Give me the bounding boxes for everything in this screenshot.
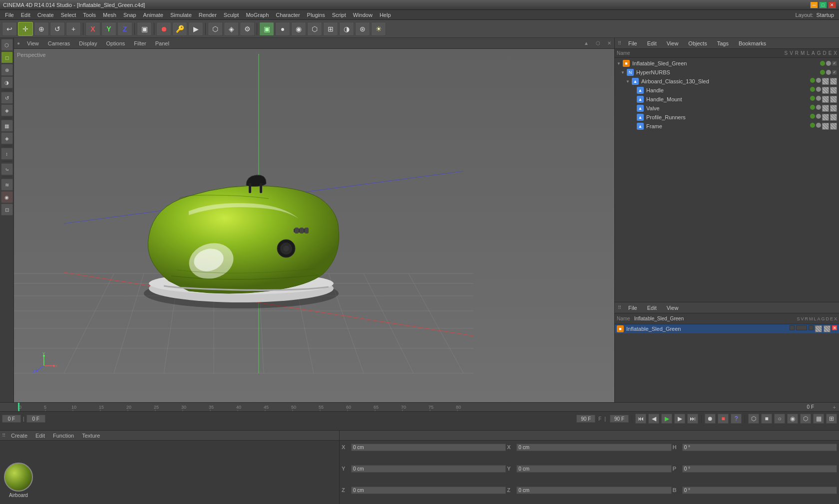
key-btn4[interactable]: ◉: [787, 414, 798, 424]
coord-x-pos-input[interactable]: [351, 444, 506, 451]
coord-p-rot-input[interactable]: [682, 465, 837, 473]
key-btn5[interactable]: ⬡: [800, 414, 811, 424]
menu-simulate[interactable]: Simulate: [167, 11, 195, 19]
z-axis-button[interactable]: Z: [117, 22, 132, 36]
menu-select[interactable]: Select: [58, 11, 79, 19]
left-btn-2[interactable]: ◻: [1, 51, 13, 63]
om-dot-handle-1[interactable]: [810, 87, 815, 92]
om-row-runners[interactable]: ▲ Profile_Runners: [615, 113, 839, 122]
om-row-hypernurbs[interactable]: ▼ N HyperNURBS ✓: [615, 68, 839, 77]
viewport-maximize[interactable]: ⬡: [596, 40, 600, 46]
selection-mode[interactable]: ▣: [137, 22, 152, 36]
am-menu-file[interactable]: File: [625, 304, 640, 312]
left-btn-10[interactable]: ⤿: [1, 163, 13, 175]
minimize-button[interactable]: ─: [810, 1, 818, 8]
om-dot-airboard-2[interactable]: [816, 78, 821, 83]
om-dot-nurbs-2[interactable]: [826, 70, 831, 75]
motion-btn[interactable]: ▶: [188, 22, 203, 36]
frame-current-input[interactable]: [26, 415, 45, 423]
menu-animate[interactable]: Animate: [140, 11, 166, 19]
left-btn-3[interactable]: ⊕: [1, 64, 13, 76]
coord-z-pos-input[interactable]: [351, 487, 506, 494]
undo-button[interactable]: ↩: [2, 22, 17, 36]
frame-max-input[interactable]: [610, 415, 629, 423]
obj5-btn[interactable]: ⊞: [323, 22, 338, 36]
menu-character[interactable]: Character: [273, 11, 303, 19]
am-icon-1[interactable]: [790, 325, 795, 330]
add-button[interactable]: +: [66, 22, 81, 36]
frame-end-input[interactable]: [576, 415, 595, 423]
om-menu-edit[interactable]: Edit: [644, 39, 660, 47]
obj3-btn[interactable]: ◉: [291, 22, 306, 36]
left-btn-12[interactable]: ◉: [1, 191, 13, 203]
left-btn-9[interactable]: ↕: [1, 148, 13, 160]
om-row-handle[interactable]: ▲ Handle: [615, 86, 839, 95]
menu-script[interactable]: Script: [329, 11, 349, 19]
menu-edit[interactable]: Edit: [18, 11, 33, 19]
om-menu-file[interactable]: File: [625, 39, 640, 47]
mat-menu-create[interactable]: Create: [8, 432, 30, 439]
obj4-btn[interactable]: ⬡: [307, 22, 322, 36]
key-btn6[interactable]: ▦: [813, 414, 824, 424]
step-back-btn[interactable]: ◀: [648, 414, 659, 424]
viewport-menu-view[interactable]: View: [25, 39, 41, 47]
coord-b-rot-input[interactable]: [682, 487, 837, 494]
menu-mograph[interactable]: MoGraph: [243, 11, 272, 19]
om-dot-valve-2[interactable]: [816, 105, 821, 110]
om-menu-bookmarks[interactable]: Bookmarks: [736, 39, 769, 47]
om-row-frame[interactable]: ▲ Frame: [615, 122, 839, 131]
frame-start-input[interactable]: [2, 415, 21, 423]
am-x-btn[interactable]: ✕: [832, 325, 837, 330]
om-row-handle-mount[interactable]: ▲ Handle_Mount: [615, 95, 839, 104]
y-axis-button[interactable]: Y: [101, 22, 116, 36]
viewport-menu-cameras[interactable]: Cameras: [46, 39, 72, 47]
jump-end-btn[interactable]: ⏭: [687, 414, 698, 424]
play-btn[interactable]: ▶: [661, 414, 672, 424]
key-btn2[interactable]: ■: [761, 414, 772, 424]
am-icon-2[interactable]: [796, 325, 807, 330]
left-btn-11[interactable]: ≋: [1, 179, 13, 191]
material-ball-airboard[interactable]: [4, 463, 33, 492]
autokey-btn[interactable]: 🔑: [172, 22, 187, 36]
coord-h-rot-input[interactable]: [682, 444, 837, 451]
obj7-btn[interactable]: ⊛: [355, 22, 370, 36]
om-dot-nurbs-1[interactable]: [820, 70, 825, 75]
menu-render[interactable]: Render: [196, 11, 220, 19]
left-btn-8[interactable]: ◈: [1, 132, 13, 144]
am-selected-row[interactable]: ■ Inflatable_Sled_Green ✕: [615, 324, 839, 333]
sphere-btn[interactable]: ●: [275, 22, 290, 36]
om-check-nurbs[interactable]: ✓: [832, 70, 837, 75]
layout-value[interactable]: Startup: [817, 12, 834, 18]
om-dot-frame-1[interactable]: [810, 123, 815, 128]
step-forward-btn[interactable]: ▶: [674, 414, 685, 424]
menu-create[interactable]: Create: [34, 11, 57, 19]
cube-btn[interactable]: ▣: [259, 22, 274, 36]
om-row-airboard-sled[interactable]: ▼ ▲ Airboard_Classic_130_Sled: [615, 77, 839, 86]
viewport-close[interactable]: ✕: [607, 40, 611, 46]
scale-tool-button[interactable]: ⊕: [34, 22, 49, 36]
timeline-expand[interactable]: +: [833, 404, 836, 410]
menu-plugins[interactable]: Plugins: [304, 11, 328, 19]
viewport-expand[interactable]: ▲: [584, 40, 589, 46]
mat-menu-edit[interactable]: Edit: [33, 432, 47, 439]
x-axis-button[interactable]: X: [85, 22, 100, 36]
mat-ball-container[interactable]: Airboard: [4, 463, 33, 498]
menu-file[interactable]: File: [2, 11, 17, 19]
coord-x-size-input[interactable]: [516, 444, 671, 451]
coord-y-pos-input[interactable]: [351, 465, 506, 473]
am-icon-3[interactable]: [809, 325, 814, 330]
record-btn[interactable]: ⏺: [156, 22, 171, 36]
close-button[interactable]: ✕: [828, 1, 836, 8]
render-settings[interactable]: ⚙: [240, 22, 255, 36]
viewport-canvas[interactable]: X Y Z: [14, 49, 614, 402]
om-menu-objects[interactable]: Objects: [685, 39, 710, 47]
record-btn2[interactable]: ⏺: [705, 414, 716, 424]
coord-y-size-input[interactable]: [516, 465, 671, 473]
key-btn7[interactable]: ⊞: [826, 414, 837, 424]
am-menu-view[interactable]: View: [664, 304, 682, 312]
om-check-sled[interactable]: ✓: [832, 61, 837, 66]
menu-snap[interactable]: Snap: [120, 11, 139, 19]
menu-help[interactable]: Help: [377, 11, 394, 19]
om-dot-hm-1[interactable]: [810, 96, 815, 101]
menu-window[interactable]: Window: [350, 11, 376, 19]
